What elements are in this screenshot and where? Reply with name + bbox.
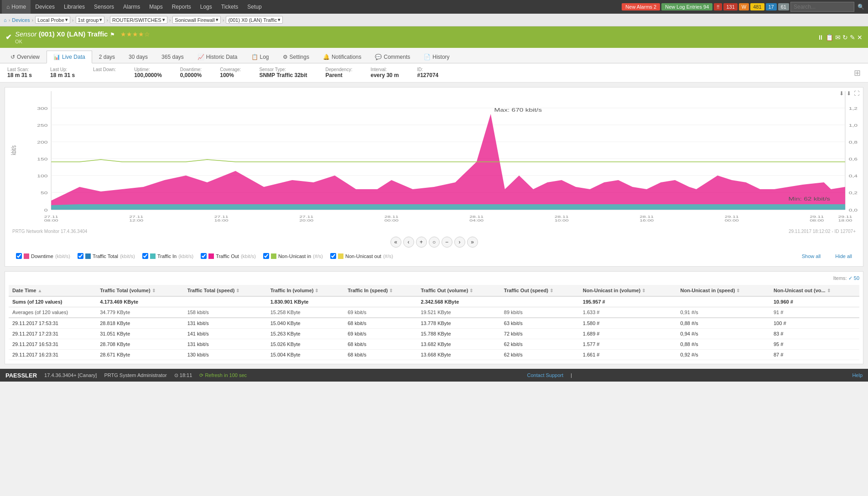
chart-svg: Max: 670 kbit/s Min: 62 kbit/s 0 50 100 … <box>9 91 859 228</box>
email-icon[interactable]: ✉ <box>835 34 841 41</box>
svg-text:300: 300 <box>37 106 48 111</box>
breadcrumb-firewall-dropdown[interactable]: Sonicwall Firewall ▾ <box>172 16 220 24</box>
svg-text:50: 50 <box>41 191 48 195</box>
breadcrumb-sensor-dropdown[interactable]: (001) X0 (LAN) Traffic ▾ <box>226 16 283 24</box>
pause-button[interactable]: ⏸ <box>817 34 824 41</box>
nav-sensors[interactable]: Sensors <box>89 0 119 14</box>
cell-3-9: 87 # <box>770 350 859 360</box>
cell-3-3: 15.004 KByte <box>267 350 344 360</box>
legend-downtime-checkbox[interactable] <box>16 253 22 259</box>
cell-0-2: 131 kbit/s <box>184 318 267 329</box>
col-non-unicast-out-vol[interactable]: Non-Unicast out (vo... ⇕ <box>770 285 859 296</box>
nav-prev-button[interactable]: ‹ <box>403 237 414 248</box>
non-unicast-in-color-swatch <box>271 253 276 259</box>
legend-downtime-label: Downtime <box>31 253 53 259</box>
legend-downtime: Downtime (kbit/s) <box>16 253 70 259</box>
col-traffic-out-speed[interactable]: Traffic Out (speed) ⇕ <box>500 285 579 296</box>
download2-icon[interactable]: ⬇ <box>847 90 851 97</box>
tab-notifications[interactable]: 🔔 Notifications <box>316 51 368 63</box>
tab-365-days[interactable]: 365 days <box>155 51 191 63</box>
tab-30-days[interactable]: 30 days <box>122 51 155 63</box>
legend-non-unicast-in-checkbox[interactable] <box>263 253 269 259</box>
breadcrumb-home-icon[interactable]: ⌂ <box>4 17 7 23</box>
svg-text:04:00: 04:00 <box>469 218 483 222</box>
search-input[interactable] <box>790 2 854 12</box>
cell-1-8: 0,94 #/s <box>677 329 770 339</box>
clipboard-icon[interactable]: 📋 <box>826 34 833 41</box>
nav-alarms[interactable]: Alarms <box>119 0 145 14</box>
col-traffic-total-speed[interactable]: Traffic Total (speed) ⇕ <box>184 285 267 296</box>
svg-text:0,8: 0,8 <box>849 140 858 145</box>
tab-comments[interactable]: 💬 Comments <box>368 51 417 63</box>
nav-maps[interactable]: Maps <box>145 0 167 14</box>
footer-contact-link[interactable]: Contact Support <box>527 372 564 378</box>
nav-home[interactable]: ⌂ Home <box>2 0 31 14</box>
nav-center-button[interactable]: ○ <box>429 237 440 248</box>
cell-0-3: 15.040 KByte <box>267 318 344 329</box>
cell-2-4: 68 kbit/s <box>344 339 417 350</box>
nav-logs[interactable]: Logs <box>196 0 217 14</box>
refresh-button[interactable]: ↻ <box>842 34 848 41</box>
nav-devices[interactable]: Devices <box>31 0 59 14</box>
breadcrumb-group-dropdown[interactable]: 1st group ▾ <box>76 16 105 24</box>
tab-history[interactable]: 📄 History <box>417 51 456 63</box>
tab-settings[interactable]: ⚙ Settings <box>276 51 316 63</box>
chevron-down-icon: ▾ <box>278 17 281 23</box>
tab-log[interactable]: 📋 Log <box>244 51 276 63</box>
nav-setup[interactable]: Setup <box>243 0 266 14</box>
tab-historic-data[interactable]: 📈 Historic Data <box>191 51 244 63</box>
tab-live-data[interactable]: 📊 Live Data <box>47 51 92 63</box>
download-icon[interactable]: ⬇ <box>839 90 844 97</box>
search-icon[interactable]: 🔍 <box>856 4 866 10</box>
paessler-logo: PAESSLER <box>5 372 37 379</box>
sums-1: 4.173.469 KByte <box>96 296 183 307</box>
breadcrumb-router-dropdown[interactable]: ROUTER/SWITCHES ▾ <box>110 16 167 24</box>
nav-zoom-in-button[interactable]: + <box>416 237 427 248</box>
stat-dependency: Dependency: Parent <box>326 67 353 78</box>
sort-arrow-7: ⇕ <box>642 288 645 293</box>
legend-non-unicast-out-checkbox[interactable] <box>330 253 336 259</box>
sensor-stars[interactable]: ★★★★☆ <box>120 31 150 38</box>
col-non-unicast-in-speed[interactable]: Non-Unicast in (speed) ⇕ <box>677 285 770 296</box>
show-all-link[interactable]: Show all <box>802 253 821 259</box>
breadcrumb-probe-dropdown[interactable]: Local Probe ▾ <box>35 16 70 24</box>
edit-button[interactable]: ✎ <box>850 34 855 41</box>
nav-first-button[interactable]: « <box>390 237 401 248</box>
svg-text:08:00: 08:00 <box>810 218 824 222</box>
nav-libraries[interactable]: Libraries <box>59 0 89 14</box>
sort-arrow-9: ⇕ <box>827 288 831 293</box>
nav-last-button[interactable]: » <box>467 237 478 248</box>
table-header-row: Items: ✓ 50 <box>9 275 859 281</box>
nav-reports[interactable]: Reports <box>167 0 196 14</box>
nav-devices-label: Devices <box>35 4 55 10</box>
col-non-unicast-in-vol[interactable]: Non-Unicast in (volume) ⇕ <box>579 285 677 296</box>
nav-tickets[interactable]: Tickets <box>217 0 243 14</box>
col-traffic-out-vol[interactable]: Traffic Out (volume) ⇕ <box>417 285 500 296</box>
footer-help-link[interactable]: Help <box>852 372 863 378</box>
settings-icon: ⚙ <box>283 54 288 60</box>
count-131-badge: 131 <box>723 3 737 10</box>
legend-traffic-total-checkbox[interactable] <box>78 253 83 259</box>
sums-4 <box>344 296 417 307</box>
nav-next-button[interactable]: › <box>454 237 465 248</box>
close-button[interactable]: ✕ <box>857 34 863 41</box>
col-traffic-total-vol[interactable]: Traffic Total (volume) ⇕ <box>96 285 183 296</box>
expand-icon[interactable]: ⛶ <box>854 90 859 97</box>
svg-text:0: 0 <box>44 208 48 212</box>
nav-zoom-out-button[interactable]: − <box>442 237 452 248</box>
new-alarms-badge[interactable]: New Alarms 2 <box>622 3 660 10</box>
cell-3-4: 68 kbit/s <box>344 350 417 360</box>
breadcrumb-devices[interactable]: Devices <box>12 17 30 23</box>
col-traffic-in-speed[interactable]: Traffic In (speed) ⇕ <box>344 285 417 296</box>
col-datetime[interactable]: Date Time ▲ <box>9 285 96 296</box>
items-value[interactable]: ✓ 50 <box>848 275 859 281</box>
legend-traffic-in-checkbox[interactable] <box>142 253 148 259</box>
grid-icon[interactable]: ⊞ <box>854 68 861 78</box>
hide-all-link[interactable]: Hide all <box>835 253 852 259</box>
table-icon[interactable]: ⊞ <box>854 67 861 78</box>
tab-overview[interactable]: ↺ Overview <box>4 51 47 63</box>
new-log-entries-badge[interactable]: New Log Entries 94 <box>661 3 712 10</box>
tab-2-days[interactable]: 2 days <box>92 51 122 63</box>
col-traffic-in-vol[interactable]: Traffic In (volume) ⇕ <box>267 285 344 296</box>
legend-traffic-out-checkbox[interactable] <box>201 253 207 259</box>
